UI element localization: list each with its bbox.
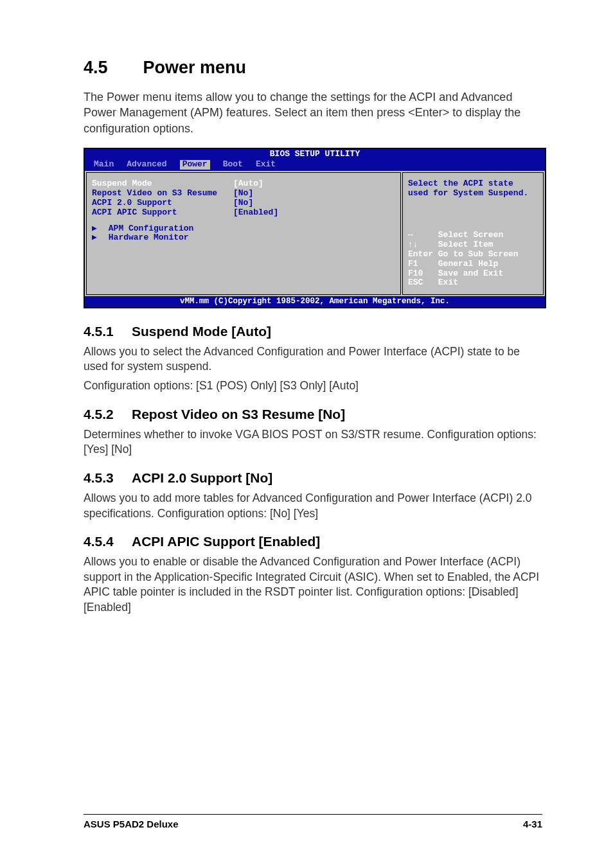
bios-key-row: ↑↓ Select Item [408,240,538,250]
subsection-number: 4.5.1 [84,324,132,339]
bios-tab-main: Main [94,160,114,170]
bios-item-value: [No] [233,189,253,199]
body-paragraph: Configuration options: [S1 (POS) Only] [… [84,378,542,394]
bios-left-pane: Suspend Mode[Auto]Repost Video on S3 Res… [86,172,401,296]
bios-right-pane: Select the ACPI state used for System Su… [402,172,544,296]
bios-item: Suspend Mode[Auto] [92,179,395,189]
bios-item-label: Repost Video on S3 Resume [92,189,233,199]
bios-key-row: Enter Go to Sub Screen [408,250,538,260]
bios-tab-advanced: Advanced [127,160,166,170]
subsection-title: Repost Video on S3 Resume [No] [132,407,345,421]
bios-key-row: ESC Exit [408,278,538,288]
subsection-number: 4.5.2 [84,407,132,422]
bios-key-row: F1 General Help [408,260,538,269]
bios-item: Repost Video on S3 Resume[No] [92,189,395,199]
bios-key-row: ↔ Select Screen [408,231,538,240]
body-paragraph: Allows you to add more tables for Advanc… [84,491,542,521]
section-heading: 4.5 Power menu [84,58,542,78]
body-paragraph: Determines whether to invoke VGA BIOS PO… [84,427,542,457]
subsection-title: ACPI APIC Support [Enabled] [132,534,320,549]
bios-tab-exit: Exit [256,160,276,170]
bios-title: BIOS SETUP UTILITY [85,149,545,160]
bios-submenu: ▶ Hardware Monitor [92,233,395,243]
bios-item-value: [Enabled] [233,208,278,218]
bios-item-label: Suspend Mode [92,179,233,189]
subsection-number: 4.5.3 [84,470,132,486]
bios-screenshot: BIOS SETUP UTILITY MainAdvancedPowerBoot… [84,148,546,308]
subsection-number: 4.5.4 [84,534,132,549]
footer-right: 4-31 [523,819,542,829]
subsection-heading: 4.5.3ACPI 2.0 Support [No] [84,470,542,486]
bios-item-label: ACPI APIC Support [92,208,233,218]
intro-paragraph: The Power menu items allow you to change… [84,89,542,136]
section-number: 4.5 [84,58,138,78]
body-paragraph: Allows you to enable or disable the Adva… [84,554,542,616]
triangle-icon: ▶ [92,233,103,243]
bios-key-row: F10 Save and Exit [408,269,538,279]
subsection-heading: 4.5.1Suspend Mode [Auto] [84,324,542,339]
bios-key-legend: ↔ Select Screen↑↓ Select ItemEnter Go to… [408,231,538,288]
footer-left: ASUS P5AD2 Deluxe [84,819,179,829]
page-footer: ASUS P5AD2 Deluxe 4-31 [84,814,542,829]
subsection-heading: 4.5.2Repost Video on S3 Resume [No] [84,407,542,422]
bios-tab-power: Power [180,160,210,170]
bios-footer: vMM.mm (C)Copyright 1985-2002, American … [85,296,545,306]
body-paragraph: Allows you to select the Advanced Config… [84,344,542,375]
bios-item-value: [No] [233,199,253,208]
bios-tab-bar: MainAdvancedPowerBootExit [85,160,545,171]
bios-item: ACPI 2.0 Support[No] [92,199,395,208]
subsection-title: ACPI 2.0 Support [No] [132,470,272,485]
bios-item: ACPI APIC Support[Enabled] [92,208,395,218]
triangle-icon: ▶ [92,224,103,234]
subsection-title: Suspend Mode [Auto] [132,324,271,339]
bios-help-text: Select the ACPI state used for System Su… [408,179,538,199]
bios-item-value: [Auto] [233,179,263,189]
bios-submenu: ▶ APM Configuration [92,224,395,234]
bios-item-label: ACPI 2.0 Support [92,199,233,208]
subsection-heading: 4.5.4ACPI APIC Support [Enabled] [84,534,542,549]
section-title-text: Power menu [143,58,247,77]
bios-tab-boot: Boot [223,160,243,170]
